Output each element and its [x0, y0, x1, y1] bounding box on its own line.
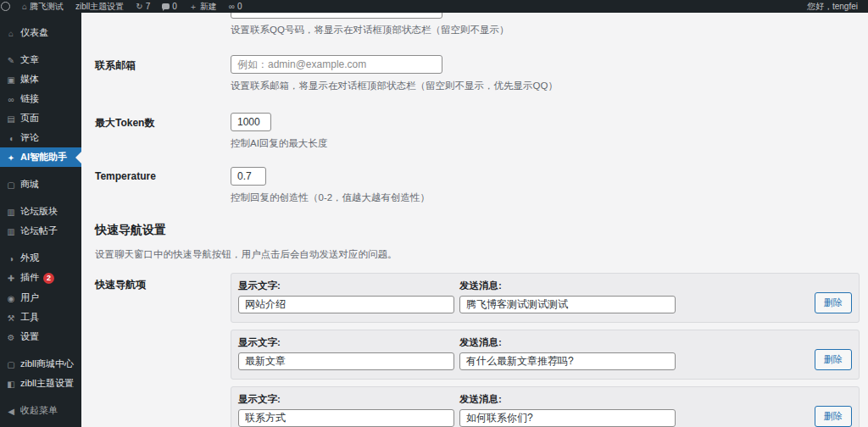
contact-email-input[interactable] — [231, 55, 442, 74]
comments-bubble-icon — [162, 3, 170, 9]
admin-bar: ⌂ 腾飞测试 zibll主题设置 ↻ 7 0 ＋ 新建 ∞ 0 您好，tengf… — [0, 0, 868, 13]
active-item-arrow — [75, 152, 81, 164]
temperature-input[interactable] — [231, 167, 266, 186]
link-icon: ∞ — [229, 3, 235, 11]
sidebar-item-label: 文章 — [20, 54, 39, 64]
sidebar-item-label: 商城 — [20, 179, 39, 189]
tools-icon: ⚒ — [6, 312, 16, 323]
updates-menu[interactable]: ↻ 7 — [130, 0, 156, 13]
sidebar-item-settings[interactable]: ⚙设置 — [0, 327, 81, 347]
sidebar-item-label: 外观 — [20, 252, 39, 263]
ai-assistant-icon: ✦ — [6, 152, 16, 163]
links-menu[interactable]: ∞ 0 — [223, 0, 248, 13]
delete-button[interactable]: 删除 — [815, 406, 852, 427]
sidebar-item-appearance[interactable]: ◑外观 — [0, 248, 81, 268]
updates-count: 7 — [146, 2, 151, 11]
sidebar-item-label: 评论 — [20, 132, 39, 142]
temperature-label: Temperature — [95, 167, 231, 204]
display-text-label: 显示文字: — [238, 280, 454, 292]
new-label: 新建 — [200, 1, 217, 13]
forum-posts-icon: ▥ — [6, 225, 16, 236]
appearance-icon: ◑ — [6, 252, 16, 263]
pages-icon: ▤ — [6, 113, 16, 124]
site-menu[interactable]: ⌂ 腾飞测试 — [16, 0, 70, 13]
comments-menu[interactable]: 0 — [156, 0, 183, 13]
sidebar-item-forum-sections[interactable]: ▥论坛版块 — [0, 202, 81, 221]
settings-icon: ⚙ — [6, 331, 16, 342]
send-message-label: 发送消息: — [459, 393, 676, 406]
updates-icon: ↻ — [136, 3, 142, 11]
plugins-icon: ✚ — [6, 273, 16, 284]
user-greeting: 您好，tengfei — [807, 1, 858, 13]
user-greeting-menu[interactable]: 您好，tengfei — [801, 0, 861, 13]
sidebar-item-collapse-menu[interactable]: ◀收起菜单 — [0, 401, 81, 420]
sidebar-item-label: 链接 — [20, 93, 39, 103]
quick-nav-section-desc: 设置聊天窗口中的快速导航按钮，用户点击后会自动发送对应的问题。 — [95, 248, 860, 261]
sidebar-item-label: 媒体 — [20, 74, 39, 84]
send-message-input[interactable] — [459, 409, 676, 427]
sidebar-item-media[interactable]: ▣媒体 — [0, 69, 81, 89]
comments-count: 0 — [172, 2, 177, 11]
plugins-update-badge: 2 — [43, 273, 54, 284]
sidebar-menu: ⌂仪表盘✎文章▣媒体∞链接▤页面◖评论✦AI智能助手▢商城▥论坛版块▥论坛帖子◑… — [0, 23, 81, 420]
contact-qq-label — [95, 13, 231, 36]
sidebar-item-ai-assistant[interactable]: ✦AI智能助手 — [0, 147, 81, 167]
nav-item-card: 显示文字: 发送消息: 删除 — [231, 386, 860, 427]
comments-icon: ◖ — [6, 132, 16, 143]
quick-nav-items-row: 快速导航项 显示文字: 发送消息: 删除 显示文字: — [95, 273, 860, 427]
new-content-menu[interactable]: ＋ 新建 — [183, 0, 223, 13]
sidebar-item-label: 工具 — [20, 312, 39, 322]
sidebar-item-dashboard[interactable]: ⌂仪表盘 — [0, 23, 81, 42]
display-text-label: 显示文字: — [238, 393, 454, 406]
site-name: 腾飞测试 — [30, 1, 64, 13]
sidebar-item-posts[interactable]: ✎文章 — [0, 50, 81, 69]
sidebar-item-zibll-theme[interactable]: ◧zibll主题设置 — [0, 374, 81, 393]
display-text-input[interactable] — [238, 409, 454, 427]
sidebar-item-label: 论坛版块 — [20, 206, 58, 216]
send-message-input[interactable] — [459, 296, 676, 313]
send-message-input[interactable] — [459, 352, 676, 370]
sidebar-item-zibll-shop[interactable]: ▢zibll商城中心 — [0, 354, 81, 374]
sidebar-item-label: 收起菜单 — [20, 405, 58, 415]
display-text-label: 显示文字: — [238, 336, 454, 349]
sidebar-item-links[interactable]: ∞链接 — [0, 89, 81, 108]
contact-email-label: 联系邮箱 — [95, 55, 231, 92]
sidebar-item-label: zibll商城中心 — [20, 358, 74, 369]
zibll-shop-icon: ▢ — [6, 358, 16, 369]
contact-email-desc: 设置联系邮箱，将显示在对话框顶部状态栏（留空则不显示，优先显示QQ） — [231, 79, 860, 92]
home-icon: ⌂ — [22, 3, 27, 11]
sidebar-item-plugins[interactable]: ✚插件2 — [0, 268, 81, 288]
collapse-menu-icon: ◀ — [6, 405, 16, 416]
sidebar-item-forum-posts[interactable]: ▥论坛帖子 — [0, 221, 81, 241]
display-text-input[interactable] — [238, 296, 454, 313]
sidebar-item-label: AI智能助手 — [20, 152, 67, 162]
links-icon: ∞ — [6, 93, 16, 104]
delete-button[interactable]: 删除 — [815, 292, 852, 313]
quick-nav-section-title: 快速导航设置 — [95, 223, 860, 238]
sidebar-item-label: 仪表盘 — [20, 27, 48, 37]
send-message-label: 发送消息: — [459, 280, 676, 292]
max-token-desc: 控制AI回复的最大长度 — [231, 136, 860, 150]
theme-settings-menu[interactable]: zibll主题设置 — [70, 0, 130, 13]
posts-icon: ✎ — [6, 54, 16, 65]
contact-email-row: 联系邮箱 设置联系邮箱，将显示在对话框顶部状态栏（留空则不显示，优先显示QQ） — [95, 55, 860, 92]
wordpress-logo-icon[interactable] — [0, 0, 16, 13]
sidebar-item-label: 用户 — [20, 292, 39, 302]
sidebar-item-users[interactable]: ◉用户 — [0, 288, 81, 308]
temperature-desc: 控制回复的创造性（0-2，值越大越有创造性） — [231, 191, 860, 204]
sidebar-item-comments[interactable]: ◖评论 — [0, 128, 81, 147]
sidebar-item-label: 页面 — [20, 113, 39, 123]
theme-settings-label: zibll主题设置 — [75, 1, 124, 13]
temperature-row: Temperature 控制回复的创造性（0-2，值越大越有创造性） — [95, 167, 860, 204]
delete-button[interactable]: 删除 — [815, 349, 852, 370]
display-text-input[interactable] — [238, 352, 454, 370]
contact-qq-row: 设置联系QQ号码，将显示在对话框顶部状态栏（留空则不显示） — [95, 13, 860, 36]
sidebar-item-shop[interactable]: ▢商城 — [0, 175, 81, 194]
zibll-theme-icon: ◧ — [6, 378, 16, 389]
sidebar-item-tools[interactable]: ⚒工具 — [0, 308, 81, 327]
send-message-label: 发送消息: — [459, 336, 676, 349]
sidebar-item-label: 插件 — [20, 272, 39, 282]
sidebar-item-pages[interactable]: ▤页面 — [0, 108, 81, 128]
max-token-input[interactable] — [231, 113, 271, 131]
quick-nav-items-label: 快速导航项 — [95, 273, 231, 427]
